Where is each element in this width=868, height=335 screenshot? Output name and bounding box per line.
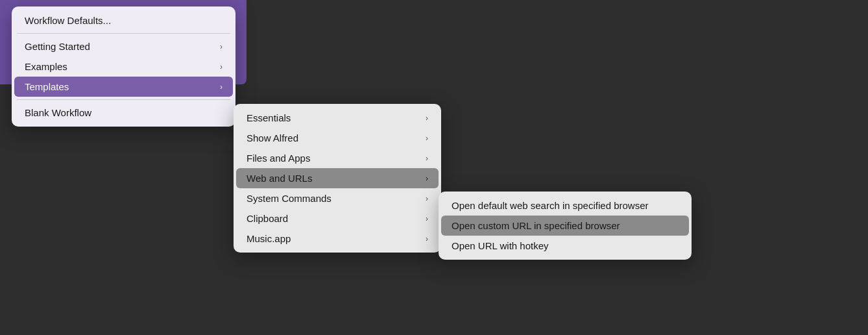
chevron-icon: › (426, 174, 428, 183)
chevron-icon: › (426, 134, 428, 143)
menu-item-blank-workflow[interactable]: Blank Workflow (14, 103, 233, 123)
menu-item-clipboard[interactable]: Clipboard › (236, 208, 439, 229)
chevron-icon: › (426, 214, 428, 223)
menu-item-examples[interactable]: Examples › (14, 56, 233, 77)
menu-item-workflow-defaults[interactable]: Workflow Defaults... (14, 10, 233, 31)
menu-item-templates[interactable]: Templates › (14, 77, 233, 97)
menu-item-getting-started[interactable]: Getting Started › (14, 36, 233, 56)
menu-item-web-and-urls[interactable]: Web and URLs › (236, 168, 439, 188)
menu-item-files-and-apps[interactable]: Files and Apps › (236, 148, 439, 168)
chevron-icon: › (426, 194, 428, 203)
chevron-icon: › (426, 154, 428, 163)
menu-level1: Workflow Defaults... Getting Started › E… (12, 6, 235, 127)
menu-item-open-default-web-search[interactable]: Open default web search in specified bro… (441, 195, 689, 216)
menu-item-open-custom-url[interactable]: Open custom URL in specified browser (441, 216, 689, 236)
menu-item-open-url-hotkey[interactable]: Open URL with hotkey (441, 236, 689, 256)
menu-item-music-app[interactable]: Music.app › (236, 229, 439, 249)
menu-item-system-commands[interactable]: System Commands › (236, 188, 439, 208)
menu-level3: Open default web search in specified bro… (439, 192, 692, 260)
menu-item-show-alfred[interactable]: Show Alfred › (236, 128, 439, 148)
chevron-icon: › (220, 82, 223, 92)
divider-1 (17, 33, 230, 34)
chevron-icon: › (220, 62, 223, 71)
menu-item-essentials[interactable]: Essentials › (236, 108, 439, 128)
chevron-icon: › (426, 234, 428, 243)
menu-level2: Essentials › Show Alfred › Files and App… (234, 104, 441, 253)
chevron-icon: › (426, 114, 428, 123)
chevron-icon: › (220, 42, 223, 51)
divider-2 (17, 99, 230, 100)
